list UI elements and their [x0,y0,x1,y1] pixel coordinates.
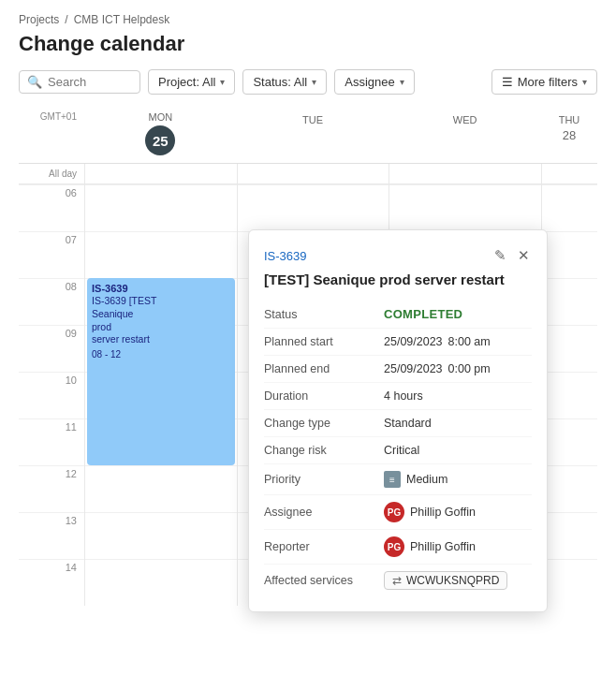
popup-row-planned-start: Planned start 25/09/2023 8:00 am [264,329,532,356]
time-slot-09: 09 [19,325,84,372]
planned-start-label: Planned start [264,335,376,348]
calendar-event[interactable]: IS-3639 IS-3639 [TESTSeaniqueprodserver … [87,278,235,465]
day-header-wed: WED [389,106,541,163]
reporter-avatar: PG [384,536,404,557]
allday-mon [84,164,237,184]
chevron-down-icon: ▾ [400,77,404,87]
duration-value: 4 hours [384,389,532,403]
event-title: IS-3639 [TESTSeaniqueprodserver restart [92,295,230,346]
popup-row-planned-end: Planned end 25/09/2023 0:00 pm [264,356,532,383]
event-id: IS-3639 [92,282,230,295]
popup-actions: ✎ ✕ [492,245,532,266]
popup-row-status: Status COMPLETED [264,301,532,329]
breadcrumb-projects[interactable]: Projects [19,13,59,26]
popup-row-reporter: Reporter PG Phillip Goffin [264,530,532,565]
planned-start-value: 25/09/2023 8:00 am [384,335,532,348]
project-filter-button[interactable]: Project: All ▾ [148,69,235,95]
day-header-tue: TUE [237,106,389,163]
status-badge: COMPLETED [384,307,532,321]
day-col-mon: IS-3639 IS-3639 [TESTSeaniqueprodserver … [84,184,237,606]
popup-row-change-type: Change type Standard [264,410,532,437]
time-slot-10: 10 [19,372,84,418]
today-circle: 25 [145,125,175,155]
priority-icon: ≡ [384,471,401,488]
gmt-offset: GMT+01 [19,106,84,163]
popup-edit-button[interactable]: ✎ [492,245,508,266]
change-risk-label: Change risk [264,444,376,457]
service-icon: ⇄ [392,574,402,587]
more-filters-button[interactable]: ☰ More filters ▾ [491,69,597,95]
search-icon: 🔍 [27,75,42,89]
popup-header: IS-3639 ✎ ✕ [264,245,532,266]
breadcrumb: Projects / CMB ICT Helpdesk [0,0,616,30]
status-filter-button[interactable]: Status: All ▾ [242,69,327,95]
status-label: Status [264,308,376,321]
event-time: 08 - 12 [92,349,230,360]
affected-services-value: ⇄ WCWUKSNQPRD [384,571,532,590]
affected-services-label: Affected services [264,574,376,587]
search-box[interactable]: 🔍 [19,70,140,94]
time-slot-11: 11 [19,418,84,465]
time-grid: 06 07 08 09 10 11 12 13 14 IS-3639 IS-36… [19,184,597,606]
assignee-filter-button[interactable]: Assignee ▾ [334,69,414,95]
popup-row-change-risk: Change risk Critical [264,437,532,464]
change-risk-value: Critical [384,444,532,457]
service-badge[interactable]: ⇄ WCWUKSNQPRD [384,571,507,590]
toolbar: 🔍 Project: All ▾ Status: All ▾ Assignee … [0,69,616,106]
popup-row-assignee: Assignee PG Phillip Goffin [264,495,532,530]
popup-title: [TEST] Seanique prod server restart [264,272,532,287]
assignee-label: Assignee [264,506,376,519]
breadcrumb-project[interactable]: CMB ICT Helpdesk [74,13,169,26]
popup-row-priority: Priority ≡ Medium [264,464,532,495]
change-type-label: Change type [264,417,376,430]
planned-end-value: 25/09/2023 0:00 pm [384,362,532,375]
event-popup: IS-3639 ✎ ✕ [TEST] Seanique prod server … [248,229,548,612]
reporter-value: PG Phillip Goffin [384,536,532,557]
day-header-thu: THU 28 [541,106,597,163]
priority-value: ≡ Medium [384,471,532,488]
allday-thu [541,164,597,184]
day-header-mon: MON 25 [84,106,237,163]
time-slot-14: 14 [19,559,84,606]
time-slot-12: 12 [19,465,84,512]
calendar-area: GMT+01 MON 25 TUE WED THU 28 All day 06 … [0,106,616,606]
time-column: 06 07 08 09 10 11 12 13 14 [19,184,84,606]
time-slot-13: 13 [19,512,84,559]
priority-label: Priority [264,473,376,486]
popup-row-duration: Duration 4 hours [264,383,532,410]
calendar-header: GMT+01 MON 25 TUE WED THU 28 [19,106,597,164]
popup-close-button[interactable]: ✕ [516,245,532,266]
chevron-down-icon: ▾ [582,77,587,87]
time-slot-08: 08 [19,278,84,325]
search-input[interactable] [48,75,132,89]
duration-label: Duration [264,389,376,403]
filter-icon: ☰ [502,75,513,89]
planned-end-label: Planned end [264,362,376,375]
allday-wed [389,164,541,184]
time-slot-07: 07 [19,231,84,278]
allday-label: All day [19,164,84,184]
assignee-value: PG Phillip Goffin [384,502,532,522]
page-title: Change calendar [0,30,616,69]
reporter-label: Reporter [264,540,376,553]
change-type-value: Standard [384,417,532,430]
popup-issue-id[interactable]: IS-3639 [264,249,307,263]
chevron-down-icon: ▾ [312,77,316,87]
popup-row-affected-services: Affected services ⇄ WCWUKSNQPRD [264,565,532,596]
assignee-avatar: PG [384,502,404,522]
day-col-thu [541,184,597,606]
allday-tue [237,164,389,184]
time-slot-06: 06 [19,184,84,231]
breadcrumb-sep: / [65,13,67,26]
chevron-down-icon: ▾ [220,77,225,87]
